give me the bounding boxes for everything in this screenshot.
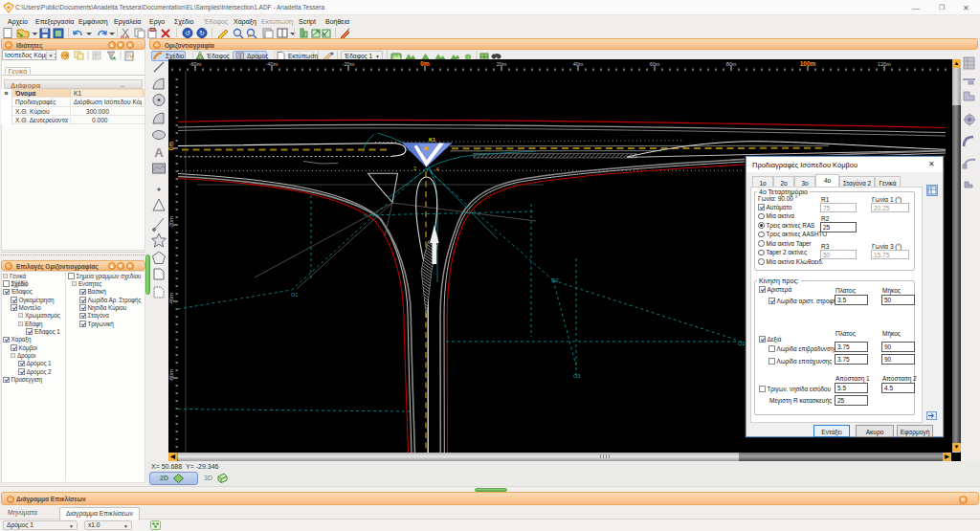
svg-text:120m: 120m <box>878 61 891 67</box>
svg-text:-20m: -20m <box>168 216 174 229</box>
svg-text:K1: K1 <box>429 137 435 143</box>
svg-text:40m: 40m <box>573 61 584 67</box>
svg-text:O2: O2 <box>551 277 558 283</box>
svg-text:O1: O1 <box>738 341 745 346</box>
svg-text:-40m: -40m <box>266 61 278 67</box>
svg-text:60m: 60m <box>650 61 660 67</box>
svg-text:0m: 0m <box>168 142 174 151</box>
svg-text:A: A <box>154 145 164 160</box>
svg-text:4: 4 <box>436 166 439 172</box>
svg-text:-60m: -60m <box>168 369 174 382</box>
svg-text:-60m: -60m <box>189 61 202 67</box>
svg-text:O1: O1 <box>291 292 298 298</box>
svg-text:↺: ↺ <box>185 30 190 36</box>
svg-text:O3: O3 <box>573 373 580 379</box>
svg-text:0m: 0m <box>420 60 430 67</box>
svg-text:-40m: -40m <box>168 293 174 305</box>
svg-text:-20m: -20m <box>343 61 355 67</box>
svg-text:20m: 20m <box>497 61 507 67</box>
svg-text:100m: 100m <box>800 60 816 67</box>
svg-text:↻: ↻ <box>199 30 205 36</box>
svg-text:80m: 80m <box>726 61 737 67</box>
svg-text:2: 2 <box>413 166 416 171</box>
